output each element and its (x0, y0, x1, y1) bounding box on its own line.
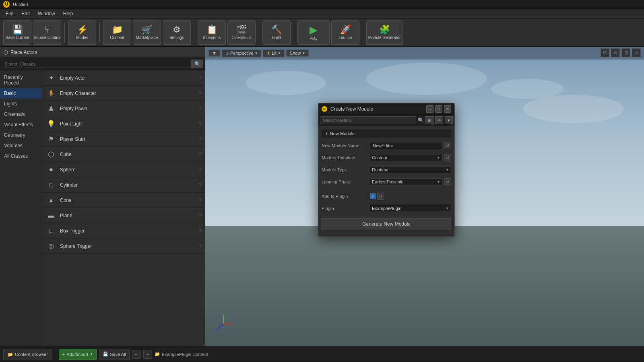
sidebar-item-lights[interactable]: Lights (0, 99, 42, 109)
plugin-selected: ExamplePlugin (372, 206, 401, 211)
toolbar-source-control[interactable]: ⑂ Source Control (33, 21, 61, 45)
list-item[interactable]: ✦ Empty Actor ? (42, 70, 205, 86)
toolbar-launch[interactable]: 🚀 Launch (331, 21, 359, 45)
sidebar-item-basic[interactable]: Basic (0, 88, 42, 99)
dialog-restore-btn[interactable]: □ (435, 105, 442, 113)
empty-pawn-icon: ♟ (45, 103, 57, 114)
module-template-arrow: ▼ (437, 156, 440, 160)
cylinder-help[interactable]: ? (198, 182, 202, 188)
sidebar-item-visual-effects[interactable]: Visual Effects (0, 119, 42, 130)
toolbar-build[interactable]: 🔨 Build (262, 21, 291, 45)
add-import-button[interactable]: + Add/Import ▼ (59, 349, 97, 360)
bp-label: Blueprints (203, 35, 221, 40)
content-icon: 📁 (112, 25, 123, 34)
module-type-select[interactable]: Runtime ▼ (370, 166, 451, 173)
sidebar-item-volumes[interactable]: Volumes (0, 140, 42, 151)
module-template-selected: Custom (372, 155, 387, 160)
viewport[interactable]: ▼ ⊙ Perspective ▼ ☀ Lit ▼ Show ▼ G ⊙ ⊞ ⤢ (205, 47, 644, 346)
sidebar-item-cinematic[interactable]: Cinematic (0, 109, 42, 119)
empty-char-label: Empty Character (60, 90, 198, 96)
list-item[interactable]: ♟ Empty Pawn ? (42, 101, 205, 116)
menu-edit[interactable]: Edit (17, 10, 34, 17)
dialog-close-btn[interactable]: ✕ (444, 105, 451, 113)
list-item[interactable]: ● Sphere ? (42, 162, 205, 177)
empty-char-help[interactable]: ? (198, 90, 202, 97)
plugin-select[interactable]: ExamplePlugin ▼ (370, 205, 451, 212)
toolbar-marketplace[interactable]: 🛒 Marketplace (133, 21, 161, 45)
plane-help[interactable]: ? (198, 212, 202, 219)
search-input[interactable] (2, 60, 192, 68)
save-icon: 💾 (12, 25, 23, 34)
point-light-help[interactable]: ? (198, 121, 202, 127)
list-item[interactable]: ⬡ Cube ? (42, 147, 205, 162)
dialog-eye-btn[interactable]: 👁 (435, 116, 443, 124)
modal-overlay: U Create New Module — □ ✕ 🔍 ⊞ 👁 ▼ (205, 47, 644, 346)
add-to-plugin-value: ✓ ↺ (370, 193, 451, 200)
empty-actor-help[interactable]: ? (198, 75, 202, 81)
plugin-arrow: ▼ (446, 206, 449, 210)
player-start-label: Player Start (60, 136, 198, 142)
menu-window[interactable]: Window (34, 10, 59, 17)
list-item[interactable]: 🧍 Empty Character ? (42, 86, 205, 101)
content-browser-icon: 📂 (8, 352, 13, 357)
add-to-plugin-checkbox[interactable]: ✓ (370, 193, 376, 199)
sphere-trigger-help[interactable]: ? (198, 243, 202, 249)
player-start-help[interactable]: ? (198, 136, 202, 142)
module-template-value: Custom ▼ ↺ (370, 154, 451, 161)
toolbar-content[interactable]: 📁 Content (103, 21, 131, 45)
toolbar: 💾 Save Current ⑂ Source Control ⚡ Modes … (0, 19, 644, 47)
cube-help[interactable]: ? (198, 151, 202, 158)
toolbar-settings[interactable]: ⚙ Settings (163, 21, 191, 45)
save-label: Save Current (6, 35, 29, 40)
module-name-input[interactable] (370, 142, 442, 149)
nav-forward-btn[interactable]: → (143, 350, 152, 359)
list-item[interactable]: ▲ Cone ? (42, 193, 205, 208)
module-template-label: Module Template (322, 155, 370, 160)
toolbar-play[interactable]: ▶ Play (297, 21, 330, 45)
plugin-value: ExamplePlugin ▼ (370, 205, 451, 212)
add-to-plugin-reset-btn[interactable]: ↺ (377, 193, 384, 200)
add-import-arrow: ▼ (90, 352, 93, 356)
plugin-label: Plugin (322, 206, 370, 211)
main-area: ⬡ Place Actors 🔍 Recently Placed Basic L… (0, 47, 644, 346)
loading-phase-select[interactable]: EarliestPossible ▼ (370, 178, 442, 185)
menu-help[interactable]: Help (59, 10, 77, 17)
list-item[interactable]: □ Box Trigger ? (42, 223, 205, 239)
dialog-search-input[interactable] (320, 116, 416, 124)
generate-new-module-button[interactable]: Generate New Module (322, 218, 451, 230)
loading-phase-reset-btn[interactable]: ↺ (444, 178, 451, 185)
dialog-minimize-btn[interactable]: — (426, 105, 433, 113)
module-template-select[interactable]: Custom ▼ (370, 154, 442, 161)
module-name-reset-btn[interactable]: ↺ (444, 142, 451, 149)
content-browser-tab[interactable]: 📂 Content Browser (3, 349, 52, 360)
list-item[interactable]: ⚑ Player Start ? (42, 132, 205, 147)
box-trigger-help[interactable]: ? (198, 228, 202, 234)
sidebar-item-all-classes[interactable]: All Classes (0, 151, 42, 161)
sidebar-item-geometry[interactable]: Geometry (0, 130, 42, 140)
toolbar-separator-1 (64, 23, 65, 43)
sphere-help[interactable]: ? (198, 167, 202, 173)
module-template-reset-btn[interactable]: ↺ (444, 154, 451, 161)
toolbar-cinematics[interactable]: 🎬 Cinematics (227, 21, 256, 45)
list-item[interactable]: ⬡ Cylinder ? (42, 177, 205, 193)
nav-back-btn[interactable]: ← (132, 350, 141, 359)
dialog-grid-view-btn[interactable]: ⊞ (425, 116, 433, 124)
list-item[interactable]: ◎ Sphere Trigger ? (42, 239, 205, 254)
search-icon[interactable]: 🔍 (192, 60, 203, 68)
source-icon: ⑂ (45, 25, 50, 34)
launch-icon: 🚀 (340, 25, 351, 34)
list-item[interactable]: 💡 Point Light ? (42, 116, 205, 132)
sidebar-item-recently-placed[interactable]: Recently Placed (0, 72, 42, 88)
sphere-label: Sphere (60, 167, 198, 173)
menu-file[interactable]: File (2, 10, 17, 17)
cone-help[interactable]: ? (198, 197, 202, 204)
toolbar-blueprints[interactable]: 📋 Blueprints (198, 21, 226, 45)
cinema-label: Cinematics (231, 35, 251, 40)
save-all-button[interactable]: 💾 Save All (99, 349, 130, 360)
dialog-expand-btn[interactable]: ▼ (445, 116, 453, 124)
list-item[interactable]: ▬ Plane ? (42, 208, 205, 223)
empty-pawn-help[interactable]: ? (198, 105, 202, 112)
toolbar-module-gen[interactable]: 🧩 Module Generator (366, 21, 402, 45)
toolbar-save-current[interactable]: 💾 Save Current (3, 21, 31, 45)
toolbar-modes[interactable]: ⚡ Modes (68, 21, 96, 45)
